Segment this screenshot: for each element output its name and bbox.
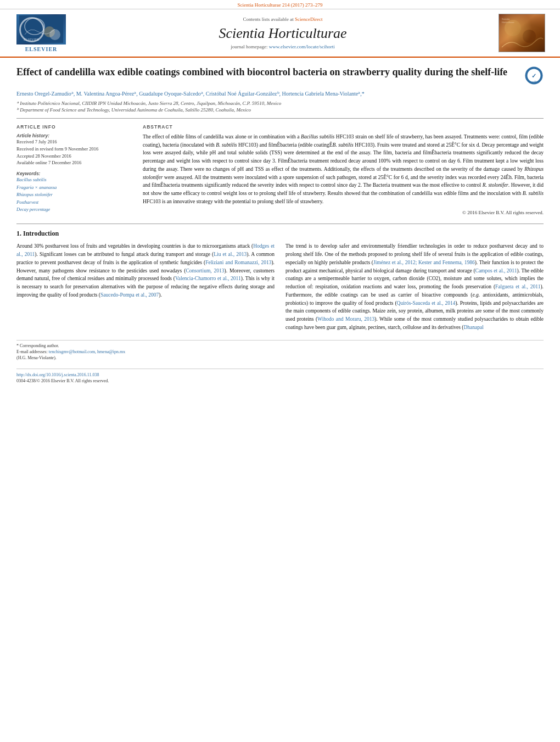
keyword-3: Rhizopus stolonifer: [16, 191, 132, 199]
svg-point-1: [25, 18, 44, 35]
body-col-left: Around 30% postharvest loss of fruits an…: [16, 242, 275, 336]
article-info-column: ARTICLE INFO Article history: Received 7…: [16, 124, 132, 215]
journal-cover-area: Scientia Horticulturae: [494, 14, 549, 52]
keyword-2: Fragaria × ananassa: [16, 184, 132, 192]
info-abstract-section: ARTICLE INFO Article history: Received 7…: [16, 124, 544, 215]
abstract-text: The effect of edible films of candelilla…: [143, 133, 544, 205]
body-section: 1. Introduction Around 30% postharvest l…: [16, 224, 544, 336]
email-links[interactable]: tenchisgmv@hotmail.com, hmena@ipn.mx: [49, 349, 126, 354]
keywords-section: Keywords: Bacillus subtilis Fragaria × a…: [16, 171, 132, 214]
homepage-label: journal homepage:: [231, 44, 267, 49]
body-col-right: The trend is to develop safer and enviro…: [285, 242, 544, 336]
ref-valencia[interactable]: Valencia-Chamorro et al., 2011: [175, 276, 241, 281]
svg-text:ELSEVIER: ELSEVIER: [24, 38, 39, 41]
article-content: Effect of candelilla wax edible coatings…: [0, 58, 560, 393]
ref-falguera[interactable]: Falguera et al., 2011: [495, 284, 540, 289]
doi-link[interactable]: http://dx.doi.org/10.1016/j.scienta.2016…: [16, 372, 99, 377]
intro-heading: 1. Introduction: [16, 230, 544, 238]
issn-line: 0304-4238/© 2016 Elsevier B.V. All right…: [16, 378, 544, 383]
intro-para-1: Around 30% postharvest loss of fruits an…: [16, 242, 275, 299]
article-info-label: ARTICLE INFO: [16, 124, 132, 130]
ref-liu[interactable]: Liu et al., 2013: [214, 252, 247, 257]
svg-text:Scientia: Scientia: [502, 18, 510, 20]
crossmark-icon: ✓ CrossMark: [524, 66, 544, 85]
elsevier-logo-image: ELSEVIER: [16, 14, 66, 44]
elsevier-logo-svg: ELSEVIER: [19, 15, 63, 43]
author-name-note: (H.G. Mena-Violante).: [16, 355, 544, 360]
journal-citation: Scientia Horticulturae 214 (2017) 273–27…: [238, 2, 323, 8]
authors: Ernesto Oregel-Zamudioᵃ, M. Valentina An…: [16, 90, 544, 98]
ref-campos[interactable]: Campos et al., 2011: [475, 268, 517, 274]
title-section: Effect of candelilla wax edible coatings…: [16, 66, 544, 85]
sciencedirect-link[interactable]: ScienceDirect: [295, 16, 322, 22]
journal-name: Scientia Horticulturae: [77, 25, 489, 42]
received-date: Received 7 July 2016 Received in revised…: [16, 138, 132, 166]
affiliation-a: ᵃ Instituto Politécnico Nacional, CIIDIR…: [16, 101, 544, 106]
ref-quiros[interactable]: Quirós-Sauceda et al., 2014: [397, 300, 456, 306]
corr-label: * Corresponding author.: [16, 343, 544, 348]
svg-rect-4: [499, 14, 545, 52]
doi-line: http://dx.doi.org/10.1016/j.scienta.2016…: [16, 372, 544, 377]
body-two-col: Around 30% postharvest loss of fruits an…: [16, 242, 544, 336]
corresponding-author-note: * Corresponding author. E-mail addresses…: [16, 340, 544, 360]
svg-rect-0: [19, 15, 63, 43]
ref-saucedo[interactable]: Saucedo-Pompa et al., 2007: [100, 292, 159, 298]
svg-point-2: [44, 26, 55, 37]
journal-homepage: journal homepage: www.elsevier.com/locat…: [77, 44, 489, 49]
article-title: Effect of candelilla wax edible coatings…: [16, 66, 524, 79]
keywords-label: Keywords:: [16, 171, 132, 176]
severity-text: severity: [451, 166, 468, 172]
abstract-label: ABSTRACT: [143, 124, 544, 130]
svg-point-5: [505, 20, 521, 36]
svg-text:Horticulturae: Horticulturae: [502, 21, 514, 24]
keyword-4: Postharvest: [16, 199, 132, 207]
ref-consortium[interactable]: Consortium, 2013: [186, 268, 224, 274]
abstract-column: ABSTRACT The effect of edible films of c…: [143, 124, 544, 215]
ref-dhanapal[interactable]: Dhanapal: [463, 325, 483, 330]
cover-svg: Scientia Horticulturae: [499, 14, 545, 52]
divider: [16, 118, 544, 119]
intro-para-2: The trend is to develop safer and enviro…: [285, 242, 544, 331]
svg-text:✓: ✓: [531, 72, 536, 79]
elsevier-logo: ELSEVIER ELSEVIER: [11, 14, 71, 52]
journal-cover-image: Scientia Horticulturae: [499, 14, 545, 52]
copyright-line: © 2016 Elsevier B.V. All rights reserved…: [143, 210, 544, 215]
history-label: Article history:: [16, 133, 132, 138]
journal-header: ELSEVIER ELSEVIER Contents lists availab…: [0, 9, 560, 58]
svg-text:CrossMark: CrossMark: [529, 80, 539, 83]
contents-line: Contents lists available at ScienceDirec…: [77, 16, 489, 22]
elsevier-text: ELSEVIER: [25, 46, 58, 52]
journal-info-center: Contents lists available at ScienceDirec…: [71, 16, 494, 49]
ref-feliziani[interactable]: Feliziani and Romanazzi, 2013: [205, 260, 271, 265]
affiliation-b: ᵇ Department of Food Science and Technol…: [16, 107, 544, 113]
svg-point-6: [523, 30, 536, 43]
contents-label: Contents lists available at: [243, 16, 294, 22]
ref-jimenez[interactable]: Jiménez et al., 2012; Kester and Fennema…: [373, 260, 475, 265]
homepage-url[interactable]: www.elsevier.com/locate/scihorti: [269, 44, 335, 49]
keyword-1: Bacillus subtilis: [16, 176, 132, 184]
journal-bar: Scientia Horticulturae 214 (2017) 273–27…: [0, 0, 560, 9]
email-line: E-mail addresses: tenchisgmv@hotmail.com…: [16, 349, 544, 354]
page-footer: http://dx.doi.org/10.1016/j.scienta.2016…: [16, 369, 544, 383]
ref-wihodo[interactable]: Wihodo and Moraru, 2013: [317, 316, 374, 322]
keyword-5: Decay percentage: [16, 206, 132, 214]
elsevier-logo-area: ELSEVIER ELSEVIER: [11, 14, 71, 52]
